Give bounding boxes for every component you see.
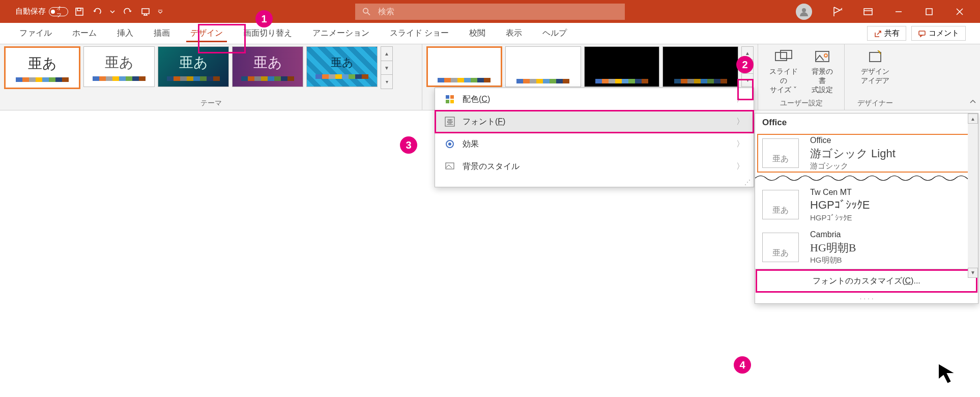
search-input[interactable] [378,7,618,16]
effects-icon [444,139,455,149]
svg-rect-9 [781,50,792,59]
theme-tile[interactable]: 亜あ [4,46,80,89]
group-themes: 亜あ 亜あ 亜あ 亜あ 亜あ ▲ ▼ ▾ [0,44,422,110]
scroll-track[interactable] [968,124,978,268]
from-beginning-button[interactable] [138,5,153,19]
cursor-icon [936,361,961,386]
minimize-button[interactable] [883,0,914,23]
svg-rect-7 [919,31,925,35]
comment-button[interactable]: コメント [911,26,966,41]
menu-effects[interactable]: 効果 〉 [435,133,754,155]
svg-rect-1 [77,8,81,11]
themes-more-button[interactable]: ▾ [381,75,392,89]
tab-draw[interactable]: 描画 [143,23,180,44]
ribbon-tabs: ファイル ホーム 挿入 描画 デザイン 画面切り替え アニメーション スライド … [0,23,980,44]
tab-help[interactable]: ヘルプ [532,23,577,44]
maximize-button[interactable] [914,0,944,23]
variant-tile[interactable] [505,46,581,87]
chevron-right-icon: 〉 [736,139,744,150]
qat-dropdown-icon[interactable] [157,5,164,19]
search-icon [362,7,371,16]
tab-review[interactable]: 校閲 [459,23,496,44]
callout-4: 4 [734,356,751,374]
svg-rect-12 [870,52,881,62]
scroll-down-button[interactable]: ▼ [381,61,392,75]
variant-tile[interactable] [584,46,660,87]
menu-fonts[interactable]: 亜 フォント(F) 〉 [435,110,754,133]
variant-tile[interactable] [662,46,738,87]
color-strip [93,76,146,81]
color-strip [315,74,368,79]
svg-rect-16 [450,100,454,103]
svg-rect-13 [446,95,449,99]
title-bar: 自動保存 オフ [0,0,980,23]
svg-point-3 [363,8,368,13]
font-item-office[interactable]: 亜あ Office 游ゴシック Light 游ゴシック [755,132,978,175]
autosave-toggle[interactable]: 自動保存 オフ [15,7,68,16]
tab-home[interactable]: ホーム [62,23,107,44]
close-button[interactable] [944,0,975,23]
scroll-up-button[interactable]: ▲ [381,47,392,61]
group-label-themes: テーマ [4,99,418,109]
collapse-ribbon-button[interactable] [969,98,977,108]
svg-point-20 [448,143,451,146]
customize-fonts-button[interactable]: フォントのカスタマイズ(C)... [755,269,978,293]
save-button[interactable] [72,5,87,19]
svg-text:亜: 亜 [447,118,453,126]
theme-tile[interactable]: 亜あ [83,46,155,87]
resize-grip-icon: ⋰ [435,178,754,187]
color-strip [516,79,569,83]
svg-point-4 [802,8,806,12]
tab-slideshow[interactable]: スライド ショー [380,23,459,44]
menu-colors[interactable]: 配色(C) 〉 [435,88,754,110]
tab-view[interactable]: 表示 [496,23,532,44]
tab-animations[interactable]: アニメーション [302,23,380,44]
undo-dropdown-icon[interactable] [109,5,116,19]
svg-rect-2 [142,9,149,14]
undo-button[interactable] [91,5,105,19]
ribbon-display-button[interactable] [822,0,853,23]
font-item-cambria[interactable]: 亜あ Cambria HG明朝B HG明朝B [755,226,978,269]
redo-button[interactable] [120,5,134,19]
menu-background-styles[interactable]: 背景のスタイル 〉 [435,155,754,178]
background-icon [444,161,455,172]
variants-more-button[interactable]: ▾ [742,74,753,87]
tab-insert[interactable]: 挿入 [107,23,143,44]
group-label-customize: ユーザー設定 [762,99,840,109]
color-strip [241,76,294,81]
theme-tile[interactable]: 亜あ [158,46,229,87]
slide-size-button[interactable]: スライドの サイズ ˅ [762,46,804,98]
account-avatar[interactable] [796,4,812,20]
design-ideas-button[interactable]: デザイン アイデア [849,46,902,88]
svg-rect-8 [775,52,787,61]
svg-rect-0 [76,8,83,15]
group-designer: デザイン アイデア デザイナー [845,44,906,110]
svg-rect-5 [864,9,872,15]
svg-point-11 [824,54,827,57]
variant-tile[interactable] [426,46,502,87]
svg-rect-15 [446,100,449,103]
fonts-icon: 亜 [444,117,455,127]
tab-design[interactable]: デザイン [180,23,233,44]
search-box[interactable] [355,4,625,20]
tab-file[interactable]: ファイル [9,23,62,44]
flyout-header: Office [755,114,978,132]
color-strip [674,79,727,83]
callout-1: 1 [255,10,273,27]
theme-tile[interactable]: 亜あ [306,46,378,87]
font-flyout: Office 亜あ Office 游ゴシック Light 游ゴシック 亜あ Tw… [755,113,978,304]
font-thumb: 亜あ [762,138,799,168]
scroll-up-button[interactable]: ▲ [968,114,978,124]
theme-tile[interactable]: 亜あ [232,46,303,87]
scroll-down-button[interactable]: ▼ [968,268,978,278]
format-background-button[interactable]: 背景の書 式設定 [804,46,840,98]
colors-icon [444,94,455,104]
variants-dropdown-menu: 配色(C) 〉 亜 フォント(F) 〉 効果 〉 背景のスタイル 〉 ⋰ [435,88,754,187]
color-strip [595,79,648,83]
resize-grip-icon: · · · · [755,293,978,303]
group-label-designer: デザイナー [849,99,902,109]
share-button[interactable]: 共有 [867,26,906,41]
group-customize: スライドの サイズ ˅ 背景の書 式設定 ユーザー設定 [758,44,845,110]
ribbon-mode-button[interactable] [853,0,883,23]
font-item-twcen[interactable]: 亜あ Tw Cen MT HGPｺﾞｼｯｸE HGPｺﾞｼｯｸE [755,184,978,226]
